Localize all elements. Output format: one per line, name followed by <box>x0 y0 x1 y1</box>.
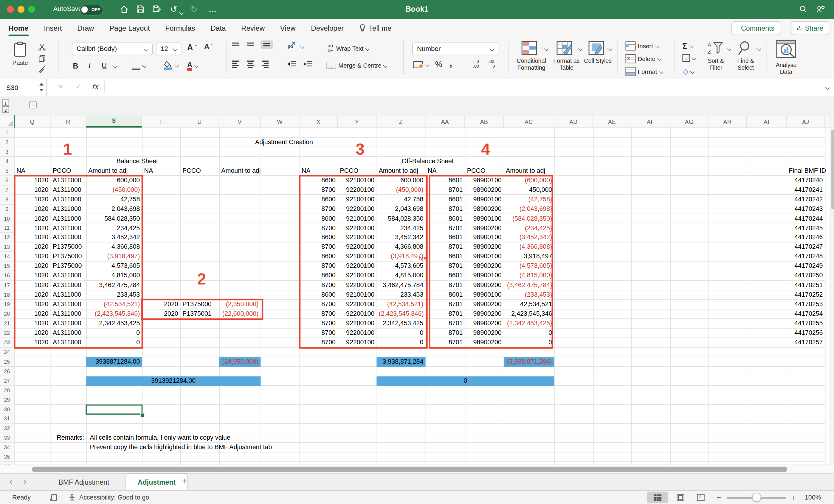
annotation-box-4[interactable] <box>429 175 553 349</box>
undo-icon[interactable]: ↺ <box>170 5 177 14</box>
autosave-toggle[interactable]: OFF <box>80 5 104 16</box>
annotation-digit-2[interactable]: 2 <box>194 270 210 288</box>
ribbon-tab-view[interactable]: View <box>280 19 296 37</box>
cell-AB7[interactable]: 98900200 <box>465 185 504 195</box>
format-cells-button[interactable]: Format <box>626 67 663 76</box>
column-header-X[interactable]: X <box>300 115 338 128</box>
cell-X21[interactable]: 8700 <box>300 319 338 328</box>
cell-S6[interactable]: 600,000 <box>86 176 142 185</box>
cell-X23[interactable]: 8700 <box>300 338 338 348</box>
cell-AB6[interactable]: 98900100 <box>465 176 504 185</box>
cell-R21[interactable]: A1311000 <box>51 319 86 328</box>
cell-AC21[interactable]: (2,342,453,425) <box>504 319 554 328</box>
cell-AB18[interactable]: 98900100 <box>465 291 504 300</box>
cell-AB5[interactable]: PCCO <box>465 166 504 176</box>
vertical-scroll-thumb[interactable] <box>831 130 834 209</box>
name-box-down-icon[interactable] <box>39 89 44 91</box>
cell-AC13[interactable]: (4,366,808) <box>504 243 554 252</box>
cell-Y18[interactable]: 92100100 <box>338 291 376 300</box>
cell-AC14[interactable]: 3,918,497 <box>504 252 554 261</box>
cell-S18[interactable]: 233,453 <box>86 291 142 300</box>
cell-AA16[interactable]: 8601 <box>426 271 465 281</box>
cell-AC20[interactable]: 2,423,545,346 <box>504 310 554 319</box>
cell-Z21[interactable]: 2,342,453,425 <box>376 319 425 328</box>
column-header-AD[interactable]: AD <box>554 115 593 128</box>
cell-AA17[interactable]: 8701 <box>426 281 465 291</box>
more-commands-icon[interactable]: … <box>208 5 217 14</box>
annotation-digit-1[interactable]: 1 <box>60 140 76 158</box>
cell-AC19[interactable]: 42,534,521 <box>504 300 554 310</box>
cell-AC8[interactable]: (42,758) <box>504 195 554 204</box>
cell-AA7[interactable]: 8701 <box>426 185 465 195</box>
cell-Z8[interactable]: 42,758 <box>376 195 425 204</box>
paste-button[interactable]: Paste <box>9 41 32 73</box>
cell-Y15[interactable]: 92200100 <box>338 261 376 271</box>
cell-Z20[interactable]: (2,423,545,346) <box>376 310 425 319</box>
page-layout-view-button[interactable] <box>677 490 685 504</box>
row-header-2[interactable]: 2 <box>0 138 14 147</box>
cell-Y10[interactable]: 92100100 <box>338 214 376 223</box>
cell-Y14[interactable]: 92100100 <box>338 252 376 261</box>
ribbon-tab-draw[interactable]: Draw <box>77 19 94 37</box>
cell-S10[interactable]: 584,028,350 <box>86 214 142 223</box>
zoom-window-icon[interactable] <box>28 6 35 13</box>
cell-Q16[interactable]: 1020 <box>14 271 50 281</box>
row-header-17[interactable]: 17 <box>0 281 14 291</box>
cell-S8[interactable]: 42,758 <box>86 195 142 204</box>
cell-AJ20[interactable]: 44170254 <box>787 310 825 319</box>
cell-Q12[interactable]: 1020 <box>14 233 50 243</box>
ribbon-tab-home[interactable]: Home <box>9 19 29 37</box>
page-break-view-button[interactable] <box>697 490 705 504</box>
decrease-font-button[interactable]: Aˇ <box>204 43 213 51</box>
row-header-18[interactable]: 18 <box>0 291 14 300</box>
cell-R10[interactable]: A1311000 <box>51 214 86 223</box>
cell-AA18[interactable]: 8601 <box>426 291 465 300</box>
cell-X16[interactable]: 8600 <box>300 271 338 281</box>
column-header-Q[interactable]: Q <box>14 115 50 128</box>
cell-X22[interactable]: 8700 <box>300 328 338 338</box>
annotation-box-3[interactable] <box>299 175 428 349</box>
cell-R20[interactable]: A1311000 <box>51 310 86 319</box>
cell-T19[interactable]: 2020 <box>142 300 180 310</box>
cell-AA9[interactable]: 8701 <box>426 204 465 214</box>
cell-AJ16[interactable]: 44170250 <box>787 271 825 281</box>
cell-R8[interactable]: A1311000 <box>51 195 86 204</box>
cell-Y8[interactable]: 92100100 <box>338 195 376 204</box>
row-header-11[interactable]: 11 <box>0 223 14 233</box>
normal-view-button[interactable] <box>654 490 662 504</box>
row-header-27[interactable]: 27 <box>0 376 14 386</box>
comma-style-button[interactable]: , <box>449 58 452 69</box>
cell-AA15[interactable]: 8701 <box>426 261 465 271</box>
column-header-W[interactable]: W <box>261 115 299 128</box>
cell-Q11[interactable]: 1020 <box>14 223 50 233</box>
name-box[interactable]: S30 <box>0 78 47 96</box>
increase-font-button[interactable]: Aˆ <box>187 43 196 51</box>
row-header-20[interactable]: 20 <box>0 310 14 319</box>
align-top-button[interactable] <box>232 43 239 46</box>
cell-Z12[interactable]: 3,452,342 <box>376 233 425 243</box>
number-format-select[interactable]: Number <box>412 43 498 55</box>
fill-color-button[interactable] <box>164 61 178 69</box>
row-header-15[interactable]: 15 <box>0 261 14 271</box>
cell-AB12[interactable]: 98900100 <box>465 233 504 243</box>
cut-button[interactable] <box>38 44 46 50</box>
cell-Z13[interactable]: 4,366,808 <box>376 243 425 252</box>
row-header-28[interactable]: 28 <box>0 386 14 395</box>
cell-R33[interactable]: Remarks: <box>51 433 86 443</box>
find-select-button[interactable]: Find & Select <box>733 41 759 58</box>
cell-Q22[interactable]: 1020 <box>14 328 50 338</box>
cell-AB16[interactable]: 98900100 <box>465 271 504 281</box>
cell-Q10[interactable]: 1020 <box>14 214 50 223</box>
column-header-Y[interactable]: Y <box>338 115 376 128</box>
align-middle-button[interactable] <box>247 43 254 46</box>
horizontal-scrollbar[interactable] <box>0 465 834 474</box>
ribbon-tab-data[interactable]: Data <box>211 19 226 37</box>
close-window-icon[interactable] <box>7 6 14 13</box>
cell-S5[interactable]: Amount to adj <box>86 166 142 176</box>
cell-X10[interactable]: 8600 <box>300 214 338 223</box>
search-icon[interactable] <box>799 5 808 16</box>
row-header-26[interactable]: 26 <box>0 367 14 376</box>
cell-Y16[interactable]: 92100100 <box>338 271 376 281</box>
cell-Z10[interactable]: 584,028,350 <box>376 214 425 223</box>
cell-Q20[interactable]: 1020 <box>14 310 50 319</box>
